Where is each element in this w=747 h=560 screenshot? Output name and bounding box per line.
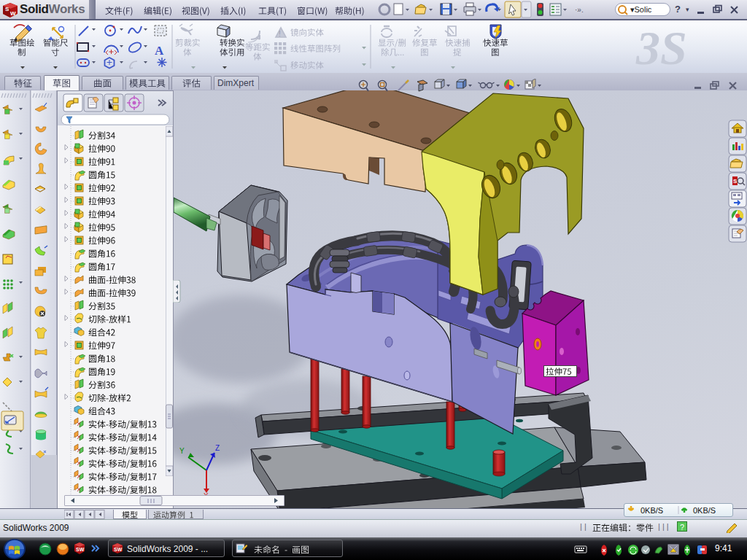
svg-text:A: A bbox=[155, 44, 164, 58]
svg-text:!: ! bbox=[279, 30, 281, 38]
svg-text:S: S bbox=[733, 178, 738, 184]
svg-text:Y: Y bbox=[179, 447, 185, 455]
svg-text:SW: SW bbox=[76, 547, 85, 552]
svg-text:W: W bbox=[10, 10, 16, 17]
svg-text:SW: SW bbox=[114, 547, 123, 552]
svg-text:Z: Z bbox=[215, 444, 220, 452]
svg-text:·».: ·». bbox=[575, 6, 584, 14]
svg-text:S: S bbox=[5, 6, 9, 12]
